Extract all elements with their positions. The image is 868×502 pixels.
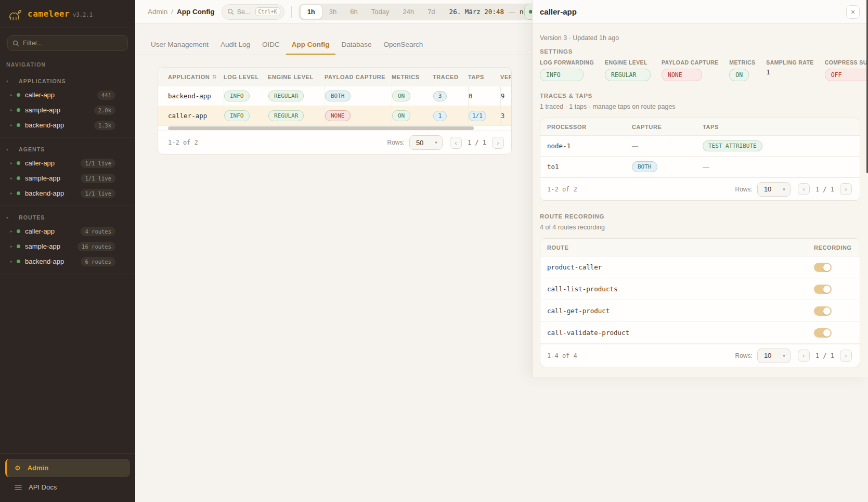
app-name-cell: caller-app — [168, 106, 224, 125]
sidebar-filter[interactable] — [7, 35, 128, 51]
log-level-badge: INFO — [224, 110, 250, 121]
recording-toggle[interactable] — [814, 328, 832, 338]
section-header-routes[interactable]: ▾ ROUTES — [0, 211, 135, 224]
rows-per-page-select[interactable]: 10 ▾ — [757, 182, 791, 197]
range-1h[interactable]: 1h — [300, 4, 322, 19]
engine-level-badge: REGULAR — [268, 91, 304, 101]
sort-icon[interactable]: ⇅ — [212, 74, 217, 80]
panel-body: Version 3 · Updated 1h ago SETTINGS LOG … — [533, 24, 868, 367]
list-icon — [15, 484, 22, 491]
sidebar-item-admin[interactable]: ⚙ Admin — [5, 459, 130, 477]
settings-section-label: SETTINGS — [540, 48, 860, 55]
next-page-button[interactable]: › — [840, 183, 852, 195]
sidebar-item-applications-caller-app[interactable]: ▸ caller-app 441 — [0, 87, 135, 102]
taps-cell: — — [703, 157, 860, 177]
table-row-caller-app[interactable]: caller-app INFO REGULAR NONE ON 1 1/1 3 — [158, 106, 511, 126]
breadcrumb-admin[interactable]: Admin — [148, 8, 167, 16]
range-6h[interactable]: 6h — [343, 5, 364, 19]
row-range-label: 1-2 of 2 — [547, 186, 735, 193]
sidebar-item-api-docs[interactable]: API Docs — [5, 479, 130, 496]
compress-success-badge: OFF — [825, 69, 868, 81]
chevron-right-icon: ▸ — [10, 123, 17, 127]
range-7d[interactable]: 7d — [421, 5, 442, 19]
recording-row-call-validate-product: call-validate-product — [540, 322, 860, 344]
route-name-cell: product-caller — [547, 256, 814, 278]
sidebar-item-applications-sample-app[interactable]: ▸ sample-app 2.0k — [0, 102, 135, 118]
tab-opensearch[interactable]: OpenSearch — [378, 36, 429, 55]
column-header-version: VERSION — [500, 68, 512, 86]
column-header-capture: CAPTURE — [632, 118, 703, 135]
sidebar-item-agents-caller-app[interactable]: ▸ caller-app 1/1 live — [0, 156, 135, 171]
chevron-down-icon: ▾ — [435, 140, 437, 145]
routes-badge: 6 routes — [81, 257, 115, 266]
traced-count-badge: 1 — [433, 111, 447, 121]
status-dot — [17, 229, 20, 233]
traces-summary: 1 traced · 1 taps · manage taps on route… — [540, 103, 860, 110]
route-name-cell: call-get-product — [547, 300, 814, 321]
rows-per-page-select[interactable]: 10 ▾ — [757, 349, 791, 363]
next-page-button[interactable]: › — [840, 350, 852, 362]
item-label: caller-app — [25, 159, 81, 167]
row-range-label: 1-4 of 4 — [547, 352, 735, 359]
sidebar-item-agents-backend-app[interactable]: ▸ backend-app 1/1 live — [0, 186, 135, 201]
tab-audit-log[interactable]: Audit Log — [215, 36, 256, 55]
sidebar-item-applications-backend-app[interactable]: ▸ backend-app 1.3k — [0, 118, 135, 133]
traces-section-label: TRACES & TAPS — [540, 93, 860, 99]
gear-icon: ⚙ — [15, 464, 21, 472]
taps-badge: TEST ATTRIBUTE — [703, 140, 762, 151]
recording-toggle[interactable] — [814, 263, 832, 272]
app-config-table: APPLICATION ⇅ LOG LEVEL ENGINE LEVEL PAY… — [158, 67, 512, 155]
tab-user-management[interactable]: User Management — [145, 36, 214, 55]
toggle-knob — [823, 307, 831, 315]
column-header-application[interactable]: APPLICATION ⇅ — [168, 68, 224, 86]
global-search[interactable]: Se... Ctrl+K — [222, 4, 284, 20]
column-header-route: ROUTE — [547, 239, 814, 256]
app-logo[interactable]: cameleer v3.2.1 — [0, 0, 135, 28]
app-version: v3.2.1 — [73, 11, 93, 18]
section-header-agents[interactable]: ▾ AGENTS — [0, 143, 135, 156]
rows-value: 50 — [416, 139, 430, 147]
recording-toggle[interactable] — [814, 285, 832, 294]
status-dot — [17, 176, 20, 180]
version-count: 3 — [501, 112, 504, 120]
rows-value: 10 — [764, 352, 778, 359]
traces-footer: 1-2 of 2 Rows: 10 ▾ ‹ 1 / 1 › — [540, 177, 860, 200]
sidebar-item-routes-caller-app[interactable]: ▸ caller-app 4 routes — [0, 224, 135, 239]
tab-app-config[interactable]: App Config — [286, 36, 335, 55]
prev-page-button[interactable]: ‹ — [450, 137, 462, 149]
sidebar-item-agents-sample-app[interactable]: ▸ sample-app 1/1 live — [0, 171, 135, 186]
rows-label: Rows: — [387, 139, 405, 146]
status-dot — [17, 123, 20, 127]
sidebar-item-routes-sample-app[interactable]: ▸ sample-app 16 routes — [0, 239, 135, 254]
close-icon[interactable]: × — [846, 5, 860, 19]
range-3h[interactable]: 3h — [322, 5, 343, 19]
log-forwarding-badge: INFO — [540, 69, 584, 81]
table-row-backend-app[interactable]: backend-app INFO REGULAR BOTH ON 3 0 9 — [158, 86, 511, 106]
traces-row-to1[interactable]: to1 BOTH — — [540, 157, 860, 177]
time-from: 26. März 20:48 — [449, 8, 504, 16]
range-24h[interactable]: 24h — [396, 5, 421, 19]
traces-row-node-1[interactable]: node-1 — TEST ATTRIBUTE — [540, 136, 860, 157]
next-page-button[interactable]: › — [492, 137, 504, 149]
recording-toggle[interactable] — [814, 306, 832, 316]
capture-badge: BOTH — [632, 161, 657, 172]
sidebar-footer: ⚙ Admin API Docs — [0, 453, 135, 502]
prev-page-button[interactable]: ‹ — [798, 350, 810, 362]
rows-per-page-select[interactable]: 50 ▾ — [409, 135, 443, 150]
filter-input[interactable] — [23, 40, 111, 47]
processor-cell: node-1 — [547, 136, 632, 156]
sidebar-item-routes-backend-app[interactable]: ▸ backend-app 6 routes — [0, 254, 135, 269]
tab-database[interactable]: Database — [336, 36, 378, 55]
status-dot — [17, 93, 20, 97]
scrollbar-thumb[interactable] — [168, 126, 474, 130]
tab-oidc[interactable]: OIDC — [256, 36, 286, 55]
pagination: ‹ 1 / 1 › — [450, 137, 504, 149]
recording-row-call-list-products: call-list-products — [540, 278, 860, 300]
prev-page-button[interactable]: ‹ — [798, 183, 810, 195]
search-icon — [12, 40, 19, 47]
range-today[interactable]: Today — [365, 5, 396, 19]
engine-level-badge: REGULAR — [605, 69, 651, 81]
shortcut-badge: Ctrl+K — [255, 7, 280, 16]
section-header-applications[interactable]: ▾ APPLICATIONS — [0, 75, 135, 87]
panel-title: caller-app — [540, 7, 846, 16]
